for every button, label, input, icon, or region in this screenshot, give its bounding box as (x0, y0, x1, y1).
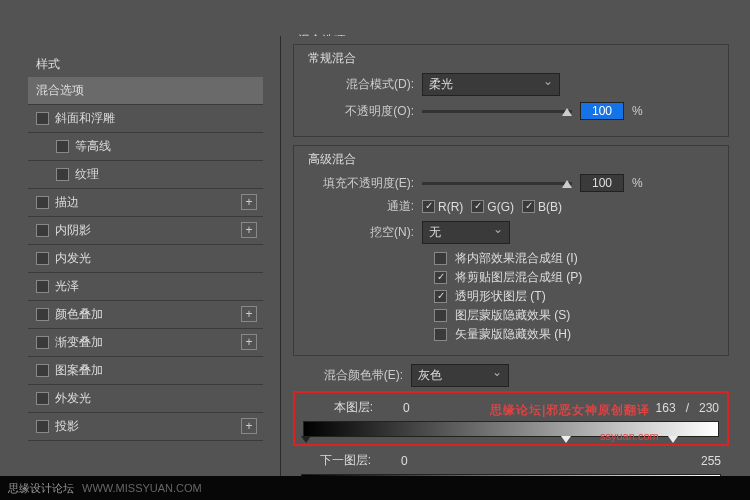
style-checkbox[interactable] (56, 168, 69, 181)
style-checkbox[interactable] (36, 364, 49, 377)
advanced-group-title: 高级混合 (304, 151, 360, 168)
style-checkbox[interactable] (36, 112, 49, 125)
style-item-label: 内发光 (55, 250, 91, 267)
style-item-12[interactable]: 投影+ (28, 413, 263, 441)
style-item-label: 等高线 (75, 138, 111, 155)
style-checkbox[interactable] (36, 392, 49, 405)
style-item-label: 图案叠加 (55, 362, 103, 379)
channel-r-label: R(R) (438, 200, 463, 214)
style-item-5[interactable]: 内阴影+ (28, 217, 263, 245)
watermark-url: ssyuan.com (600, 430, 659, 442)
style-checkbox[interactable] (36, 196, 49, 209)
style-item-2[interactable]: 等高线 (28, 133, 263, 161)
channel-b-checkbox[interactable] (522, 200, 535, 213)
style-item-7[interactable]: 光泽 (28, 273, 263, 301)
sidebar-header: 样式 (28, 52, 263, 77)
style-item-8[interactable]: 颜色叠加+ (28, 301, 263, 329)
this-white1-value: 163 (656, 401, 676, 415)
channel-r-checkbox[interactable] (422, 200, 435, 213)
opt2-label: 将剪贴图层混合成组 (P) (455, 269, 582, 286)
opt3-checkbox[interactable] (434, 290, 447, 303)
style-item-label: 纹理 (75, 166, 99, 183)
style-item-label: 混合选项 (36, 82, 84, 99)
style-item-3[interactable]: 纹理 (28, 161, 263, 189)
advanced-blend-group: 高级混合 填充不透明度(E): 100 % 通道: R(R) G(G) B(B)… (293, 145, 729, 356)
style-checkbox[interactable] (36, 252, 49, 265)
this-white2-value: 230 (699, 401, 719, 415)
footer-url: WWW.MISSYUAN.COM (82, 482, 202, 494)
this-white2-thumb[interactable] (668, 436, 678, 443)
plus-icon[interactable]: + (241, 418, 257, 434)
opacity-label: 不透明度(O): (304, 103, 414, 120)
opt5-label: 矢量蒙版隐藏效果 (H) (455, 326, 571, 343)
fill-opacity-input[interactable]: 100 (580, 174, 624, 192)
blend-mode-label: 混合模式(D): (304, 76, 414, 93)
opt1-checkbox[interactable] (434, 252, 447, 265)
plus-icon[interactable]: + (241, 334, 257, 350)
general-blend-group: 常规混合 混合模式(D): 柔光 不透明度(O): 100 % (293, 44, 729, 137)
style-item-1[interactable]: 斜面和浮雕 (28, 105, 263, 133)
knockout-label: 挖空(N): (304, 224, 414, 241)
styles-sidebar: 样式 混合选项斜面和浮雕等高线纹理描边+内阴影+内发光光泽颜色叠加+渐变叠加+图… (28, 52, 263, 441)
style-item-6[interactable]: 内发光 (28, 245, 263, 273)
blendif-label: 混合颜色带(E): (293, 367, 403, 384)
style-item-label: 内阴影 (55, 222, 91, 239)
fill-opacity-label: 填充不透明度(E): (304, 175, 414, 192)
style-item-10[interactable]: 图案叠加 (28, 357, 263, 385)
style-item-label: 光泽 (55, 278, 79, 295)
footer-site: 思缘设计论坛 (8, 481, 74, 496)
this-white1-thumb[interactable] (561, 436, 571, 443)
blendif-select[interactable]: 灰色 (411, 364, 509, 387)
style-checkbox[interactable] (36, 336, 49, 349)
style-item-0[interactable]: 混合选项 (28, 77, 263, 105)
blend-mode-select[interactable]: 柔光 (422, 73, 560, 96)
general-group-title: 常规混合 (304, 50, 360, 67)
style-checkbox[interactable] (56, 140, 69, 153)
opt5-checkbox[interactable] (434, 328, 447, 341)
style-item-label: 斜面和浮雕 (55, 110, 115, 127)
style-item-label: 外发光 (55, 390, 91, 407)
style-item-label: 描边 (55, 194, 79, 211)
opt4-checkbox[interactable] (434, 309, 447, 322)
style-checkbox[interactable] (36, 308, 49, 321)
this-layer-label: 本图层: (303, 399, 373, 416)
plus-icon[interactable]: + (241, 194, 257, 210)
this-black-value: 0 (403, 401, 410, 415)
pct-label-2: % (632, 176, 643, 190)
under-black-value: 0 (401, 454, 408, 468)
channel-g-label: G(G) (487, 200, 514, 214)
slash: / (686, 401, 689, 415)
plus-icon[interactable]: + (241, 222, 257, 238)
watermark-text: 思缘论坛|邪恶女神原创翻译 (490, 402, 650, 419)
style-checkbox[interactable] (36, 420, 49, 433)
fill-opacity-slider[interactable] (422, 182, 572, 185)
channels-label: 通道: (304, 198, 414, 215)
style-item-label: 颜色叠加 (55, 306, 103, 323)
channel-g-checkbox[interactable] (471, 200, 484, 213)
under-white-value: 255 (701, 454, 721, 468)
style-checkbox[interactable] (36, 224, 49, 237)
under-layer-label: 下一图层: (301, 452, 371, 469)
knockout-select[interactable]: 无 (422, 221, 510, 244)
opt4-label: 图层蒙版隐藏效果 (S) (455, 307, 570, 324)
opt1-label: 将内部效果混合成组 (I) (455, 250, 578, 267)
style-item-9[interactable]: 渐变叠加+ (28, 329, 263, 357)
plus-icon[interactable]: + (241, 306, 257, 322)
this-black-thumb[interactable] (301, 436, 311, 443)
style-item-4[interactable]: 描边+ (28, 189, 263, 217)
pct-label: % (632, 104, 643, 118)
opt3-label: 透明形状图层 (T) (455, 288, 546, 305)
style-item-label: 渐变叠加 (55, 334, 103, 351)
style-item-label: 投影 (55, 418, 79, 435)
opt2-checkbox[interactable] (434, 271, 447, 284)
opacity-input[interactable]: 100 (580, 102, 624, 120)
style-checkbox[interactable] (36, 280, 49, 293)
footer-bar: 思缘设计论坛 WWW.MISSYUAN.COM (0, 476, 750, 500)
channel-b-label: B(B) (538, 200, 562, 214)
style-item-11[interactable]: 外发光 (28, 385, 263, 413)
opacity-slider[interactable] (422, 110, 572, 113)
